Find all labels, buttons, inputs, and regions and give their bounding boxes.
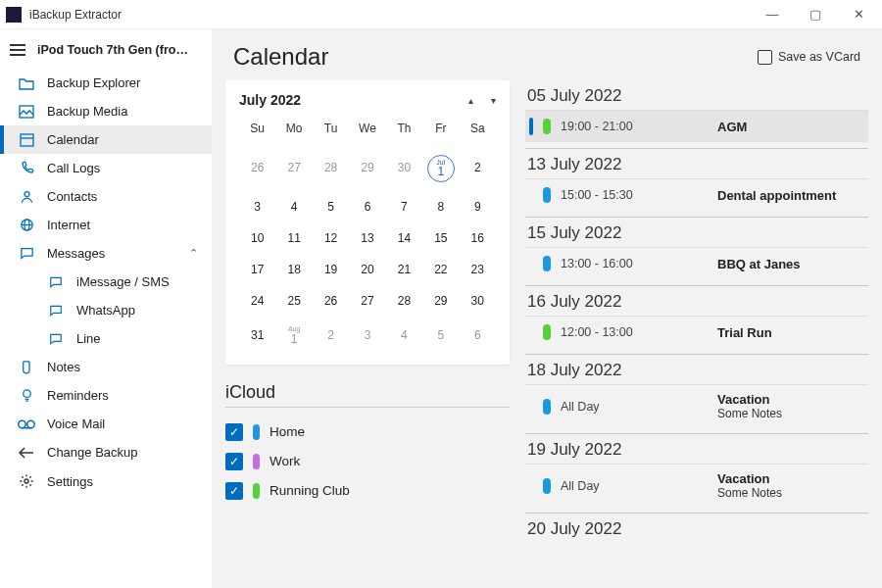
hamburger-icon[interactable] [10,44,25,56]
nav-backup-explorer[interactable]: Backup Explorer [0,69,212,97]
calendar-day[interactable]: 24 [239,285,275,317]
nav-label: Voice Mail [47,416,105,431]
save-vcard-button[interactable]: Save as VCard [758,50,860,65]
calendar-day[interactable]: 17 [239,254,275,285]
nav-label: Internet [47,218,90,232]
calendar-day[interactable]: 4 [386,317,422,355]
calendar-day[interactable]: 3 [239,191,275,222]
calendar-day[interactable]: 20 [349,254,385,285]
nav-messages[interactable]: Messages⌃ [0,239,212,268]
calendar-dow: Sa [460,118,496,145]
event-title: Dental appointment [717,188,836,203]
checkbox[interactable]: ✓ [225,482,243,500]
event-time: 13:00 - 16:00 [561,257,708,270]
event-row[interactable]: 15:00 - 15:30Dental appointment [525,178,868,211]
calendar-day[interactable]: 11 [275,222,312,254]
nav-calendar[interactable]: Calendar [0,125,212,154]
next-month-button[interactable]: ▾ [491,95,496,106]
calendar-day[interactable]: 5 [422,317,459,355]
calendar-day[interactable]: 5 [313,191,349,222]
calendar-day[interactable]: 26 [313,285,349,317]
event-row[interactable]: All DayVacationSome Notes [525,464,868,507]
calendar-day[interactable]: 31 [239,317,275,355]
nav-notes[interactable]: Notes [0,353,212,381]
event-row[interactable]: All DayVacationSome Notes [525,384,868,427]
device-row[interactable]: iPod Touch 7th Gen (from To… [0,37,212,63]
event-row[interactable]: 13:00 - 16:00BBQ at Janes [525,247,868,279]
calendar-day[interactable]: Aug1 [275,317,312,355]
event-day-header: 18 July 2022 [525,354,868,384]
app-title: iBackup Extractor [29,8,122,22]
checkbox[interactable]: ✓ [225,423,243,441]
calendar-day[interactable]: Jul1 [422,145,459,191]
nav-label: Call Logs [47,161,100,175]
event-notes: Some Notes [717,407,782,420]
event-title: Vacation [717,471,782,486]
event-notes: Some Notes [717,486,782,500]
calendar-day[interactable]: 10 [239,222,275,254]
nav-settings[interactable]: Settings [0,466,212,496]
calendar-day[interactable]: 22 [422,254,459,285]
calendar-day[interactable]: 4 [275,191,312,222]
prev-month-button[interactable]: ▴ [468,95,473,106]
icloud-calendar-item[interactable]: ✓Home [225,417,510,447]
calendar-day[interactable]: 6 [349,191,385,222]
event-day-header: 05 July 2022 [525,80,868,110]
calendar-day[interactable]: 19 [313,254,349,285]
nav-call-logs[interactable]: Call Logs [0,154,212,182]
nav-change-backup[interactable]: Change Backup [0,438,212,466]
calendar-day[interactable]: 23 [460,254,496,285]
event-title: Vacation [717,392,782,407]
window-controls: — ▢ ✕ [762,7,876,22]
close-button[interactable]: ✕ [849,7,868,22]
calendar-day[interactable]: 7 [386,191,422,222]
event-row[interactable]: 19:00 - 21:00AGM [525,110,868,142]
calendar-day[interactable]: 2 [460,145,496,191]
calendar-day[interactable]: 2 [313,317,349,355]
calendar-day[interactable]: 25 [275,285,312,317]
calendar-day[interactable]: 28 [386,285,422,317]
calendar-day[interactable]: 21 [386,254,422,285]
calendar-day[interactable]: 12 [313,222,349,254]
calendar-day[interactable]: 29 [422,285,459,317]
nav-imessage-sms[interactable]: iMessage / SMS [0,268,212,296]
nav-internet[interactable]: Internet [0,211,212,239]
svg-point-9 [27,420,35,428]
nav-label: Calendar [47,132,99,147]
nav-voice-mail[interactable]: Voice Mail [0,410,212,438]
nav-line[interactable]: Line [0,324,212,353]
calendar-day[interactable]: 8 [422,191,459,222]
calendar-day[interactable]: 18 [275,254,312,285]
maximize-button[interactable]: ▢ [806,7,825,22]
calendar-day[interactable]: 30 [386,145,422,191]
calendar-day[interactable]: 30 [460,285,496,317]
nav-whatsapp[interactable]: WhatsApp [0,296,212,324]
minimize-button[interactable]: — [762,7,782,22]
calendar-day[interactable]: 29 [349,145,385,191]
nav-contacts[interactable]: Contacts [0,182,212,211]
folder-icon [18,76,35,90]
calendar-day[interactable]: 9 [460,191,496,222]
nav-reminders[interactable]: Reminders [0,381,212,410]
calendar-day[interactable]: 15 [422,222,459,254]
calendar-day[interactable]: 27 [349,285,385,317]
calendar-day[interactable]: 28 [313,145,349,191]
nav-backup-media[interactable]: Backup Media [0,97,212,125]
checkbox[interactable]: ✓ [225,453,243,470]
icloud-calendar-item[interactable]: ✓Work [225,447,510,476]
event-row[interactable]: 12:00 - 13:00Trial Run [525,316,868,348]
calendar-day[interactable]: 26 [239,145,275,191]
events-panel[interactable]: 05 July 202219:00 - 21:00AGM13 July 2022… [525,80,868,578]
calendar-day[interactable]: 13 [349,222,385,254]
calendar-day[interactable]: 3 [349,317,385,355]
calendar-day[interactable]: 16 [460,222,496,254]
app-icon [6,7,22,23]
color-pill [543,119,551,134]
icloud-calendar-item[interactable]: ✓Running Club [225,476,510,506]
calendar-dow: We [349,118,385,145]
svg-rect-1 [21,134,33,146]
calendar-day[interactable]: 27 [275,145,312,191]
calendar-day[interactable]: 6 [460,317,496,355]
calendar-day[interactable]: 14 [386,222,422,254]
calendar-dow: Th [386,118,422,145]
